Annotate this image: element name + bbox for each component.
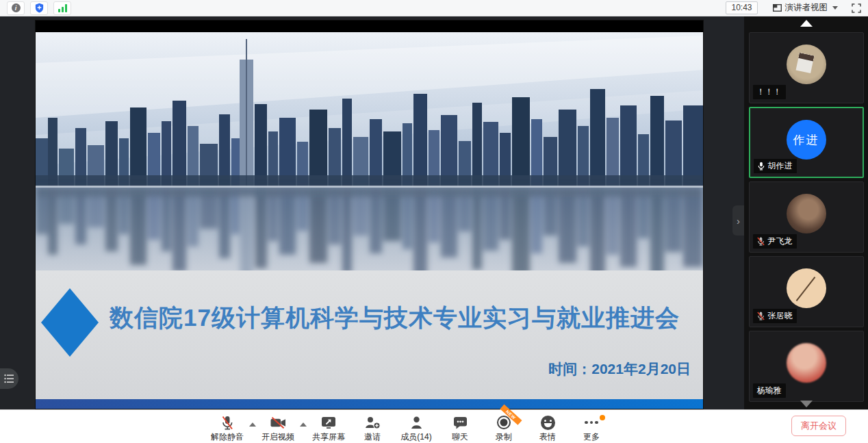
avatar <box>787 343 826 383</box>
more-label: 更多 <box>583 431 600 443</box>
security-shield-icon <box>34 3 44 13</box>
avatar <box>787 45 826 84</box>
meeting-toolbar: 解除静音 开启视频 <box>0 409 868 443</box>
invite-label: 邀请 <box>364 431 381 443</box>
participant-name-badge: 张居晓 <box>753 309 797 323</box>
fullscreen-button[interactable] <box>852 3 861 13</box>
info-icon: i <box>12 3 21 12</box>
network-signal-icon <box>58 4 67 12</box>
avatar: 作进 <box>787 120 826 160</box>
invite-icon <box>365 416 381 429</box>
slide-title-section: 数信院17级计算机科学与技术专业实习与就业推进会 时间：2021年2月20日 <box>36 270 703 399</box>
mic-muted-icon <box>757 237 765 246</box>
members-label: 成员(14) <box>400 431 431 443</box>
mic-muted-icon <box>220 416 234 430</box>
notification-dot <box>600 415 605 420</box>
share-screen-icon <box>321 416 336 429</box>
fullscreen-icon <box>852 3 861 13</box>
diamond-bullet-icon <box>41 288 99 357</box>
meeting-time: 10:43 <box>726 1 757 14</box>
invite-button[interactable]: 邀请 <box>355 414 390 443</box>
record-button[interactable]: NEW 录制 <box>486 414 522 443</box>
chat-icon <box>453 416 468 429</box>
participant-name: 杨瑜雅 <box>757 385 782 396</box>
slide-bottom-bar <box>36 399 703 409</box>
view-mode-label: 演讲者视图 <box>785 2 828 14</box>
leave-meeting-button[interactable]: 离开会议 <box>791 416 846 436</box>
mic-muted-icon <box>757 312 765 320</box>
video-options-caret[interactable] <box>300 422 307 427</box>
record-label: 录制 <box>496 431 512 443</box>
members-button[interactable]: 成员(14) <box>398 414 434 443</box>
participant-name-badge: ！！！ <box>753 85 786 99</box>
start-video-button[interactable]: 开启视频 <box>260 414 296 443</box>
participant-tile[interactable]: ！！！ <box>749 32 864 103</box>
view-mode-button[interactable]: 演讲者视图 <box>773 2 839 14</box>
presentation-slide: 数信院17级计算机科学与技术专业实习与就业推进会 时间：2021年2月20日 <box>36 21 703 409</box>
scroll-up-arrow[interactable] <box>800 20 813 27</box>
info-button[interactable]: i <box>7 1 25 15</box>
audio-options-caret[interactable] <box>249 422 256 427</box>
meeting-top-bar: i 10:43 演讲者视图 <box>0 0 868 16</box>
participant-name-badge: 杨瑜雅 <box>753 383 786 398</box>
mic-on-icon <box>758 162 765 170</box>
slide-title: 数信院17级计算机科学与技术专业实习与就业推进会 <box>110 302 680 334</box>
network-button[interactable] <box>53 1 71 15</box>
participant-tile[interactable]: 杨瑜雅 <box>749 331 864 402</box>
participant-tile[interactable]: 张居晓 <box>749 256 864 327</box>
members-icon <box>411 416 422 429</box>
slide-letterbox-strip <box>36 21 703 32</box>
emoji-icon <box>541 416 555 430</box>
more-icon <box>585 421 598 425</box>
sidebar-collapse-button[interactable]: › <box>732 205 744 236</box>
unmute-label: 解除静音 <box>211 431 244 443</box>
shared-screen-stage: 数信院17级计算机科学与技术专业实习与就业推进会 时间：2021年2月20日 › <box>0 16 744 409</box>
participant-name-badge: 尹飞龙 <box>753 234 797 249</box>
chevron-right-icon: › <box>737 215 740 227</box>
share-screen-label: 共享屏幕 <box>312 431 345 443</box>
participant-name: 胡作进 <box>768 160 793 172</box>
list-icon <box>4 374 14 383</box>
unmute-button[interactable]: 解除静音 <box>209 414 245 443</box>
chevron-down-icon <box>832 6 838 10</box>
slide-skyline-photo <box>36 32 703 270</box>
participant-name: 尹飞龙 <box>768 236 793 247</box>
speaker-view-layout-icon <box>773 4 782 12</box>
emoji-button[interactable]: 表情 <box>530 414 565 443</box>
chat-label: 聊天 <box>452 431 468 443</box>
record-icon <box>497 416 511 429</box>
participants-sidebar: ！！！ 作进 胡作进 <box>744 16 868 409</box>
participant-tile-active-speaker[interactable]: 作进 胡作进 <box>749 107 864 178</box>
more-button[interactable]: 更多 <box>574 414 609 443</box>
scroll-down-arrow[interactable] <box>800 401 813 407</box>
camera-off-icon <box>270 417 286 429</box>
participant-tile[interactable]: 尹飞龙 <box>749 181 864 253</box>
start-video-label: 开启视频 <box>261 431 294 443</box>
slide-date: 时间：2021年2月20日 <box>548 359 691 379</box>
security-button[interactable] <box>30 1 48 15</box>
meeting-content: 数信院17级计算机科学与技术专业实习与就业推进会 时间：2021年2月20日 ›… <box>0 16 868 409</box>
emoji-label: 表情 <box>539 431 556 443</box>
participant-tiles: ！！！ 作进 胡作进 <box>749 32 864 402</box>
avatar <box>787 194 826 233</box>
chat-button[interactable]: 聊天 <box>442 414 478 443</box>
agenda-panel-toggle-button[interactable] <box>0 368 18 389</box>
participant-name-badge: 胡作进 <box>754 159 797 173</box>
participant-name: 张居晓 <box>768 310 793 322</box>
share-screen-button[interactable]: 共享屏幕 <box>311 414 346 443</box>
participant-name: ！！！ <box>757 86 782 98</box>
avatar <box>787 268 826 308</box>
